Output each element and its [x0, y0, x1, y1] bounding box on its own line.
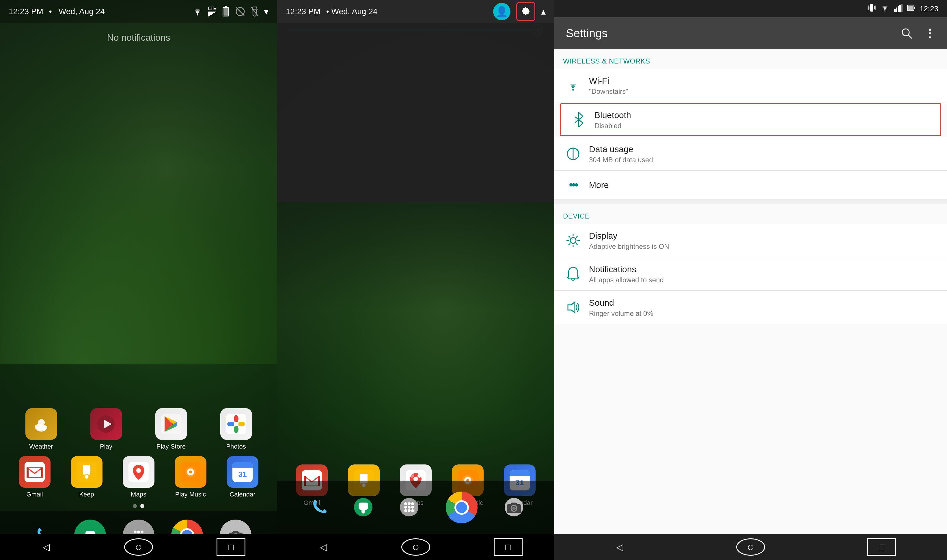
svg-rect-116 [870, 4, 873, 12]
svg-point-23 [234, 422, 239, 426]
qs-collapse-icon[interactable]: ▴ [541, 6, 546, 17]
display-item-subtitle: Adaptive brightness is ON [589, 243, 938, 251]
weather-app-label: Weather [29, 443, 53, 450]
app-calendar[interactable]: 31 Calendar [221, 456, 264, 498]
svg-line-147 [576, 236, 578, 238]
qs-dock-chrome[interactable] [446, 492, 477, 523]
settings-item-notifications[interactable]: Notifications All apps allowed to send [554, 257, 947, 291]
qs-user-icon[interactable]: 👤 [493, 3, 510, 20]
qs-dock-allapps[interactable] [400, 498, 419, 517]
qs-dock-camera[interactable] [505, 498, 524, 517]
qs-nav-bar: ◁ ○ □ [277, 534, 554, 560]
notifications-item-title: Notifications [589, 263, 938, 275]
svg-point-46 [134, 531, 137, 534]
home-home-btn[interactable]: ○ [124, 538, 153, 556]
svg-rect-102 [362, 510, 365, 512]
settings-vibrate-icon [868, 3, 876, 14]
expand-icon[interactable]: ▾ [264, 6, 268, 17]
settings-battery-icon [907, 4, 915, 14]
svg-point-130 [902, 29, 909, 36]
settings-item-display[interactable]: Display Adaptive brightness is ON [554, 224, 947, 257]
settings-search-btn[interactable] [898, 25, 915, 42]
settings-item-more[interactable]: ••• More [554, 171, 947, 200]
settings-item-sound[interactable]: Sound Ringer volume at 0% [554, 291, 947, 324]
svg-rect-39 [233, 465, 253, 468]
qs-settings-icon[interactable] [516, 2, 535, 21]
data-item-title: Data usage [589, 143, 938, 155]
app-playmusic[interactable]: Play Music [169, 456, 212, 498]
qs-home-btn[interactable]: ○ [401, 538, 430, 556]
settings-more-btn[interactable]: ⋮ [921, 25, 938, 42]
app-play[interactable]: Play [85, 408, 128, 450]
dnd-status-icon [235, 6, 245, 17]
settings-wifi-icon [880, 4, 890, 13]
keep-app-icon [71, 456, 103, 488]
svg-rect-122 [894, 9, 896, 12]
svg-rect-126 [901, 4, 902, 12]
qs-recents-btn[interactable]: □ [494, 538, 523, 556]
wifi-item-icon [563, 80, 583, 91]
data-item-text: Data usage 304 MB of data used [589, 143, 938, 164]
svg-rect-123 [896, 8, 897, 12]
svg-point-121 [884, 11, 885, 12]
photos-app-icon [220, 408, 252, 440]
home-nav-bar: ◁ ○ □ [0, 534, 277, 560]
more-item-text: More [589, 179, 938, 191]
svg-point-132 [572, 89, 574, 91]
bluetooth-item-text: Bluetooth Disabled [594, 109, 933, 130]
home-back-btn[interactable]: ◁ [32, 538, 61, 556]
svg-rect-25 [27, 468, 29, 477]
svg-rect-125 [899, 5, 901, 12]
qs-dock-hangouts[interactable] [354, 498, 373, 517]
svg-point-20 [238, 422, 245, 426]
settings-item-data[interactable]: Data usage 304 MB of data used [554, 137, 947, 171]
no-notifications-text: No notifications [0, 23, 277, 52]
qs-dock-phone[interactable] [308, 498, 327, 517]
settings-item-wifi[interactable]: Wi-Fi "Downstairs" [554, 69, 947, 102]
home-recents-btn[interactable]: □ [217, 538, 245, 556]
home-status-date: • Wed, Aug 24 [49, 7, 192, 16]
app-maps[interactable]: Maps [117, 456, 160, 498]
dot-2 [140, 504, 144, 508]
svg-point-107 [404, 506, 407, 509]
app-playstore[interactable]: Play Store [149, 408, 193, 450]
home-screen: 12:23 PM • Wed, Aug 24 LTE [0, 0, 277, 560]
svg-rect-28 [83, 465, 90, 475]
settings-toolbar: Settings ⋮ [554, 17, 947, 49]
svg-point-36 [189, 471, 192, 474]
quick-settings-panel: 12:23 PM • Wed, Aug 24 👤 ▴ [277, 0, 554, 560]
more-item-title: More [589, 179, 938, 191]
page-indicator [9, 504, 268, 508]
maps-app-label: Maps [131, 491, 146, 498]
settings-recents-btn[interactable]: □ [867, 538, 896, 556]
notifications-item-subtitle: All apps allowed to send [589, 276, 938, 284]
app-photos[interactable]: Photos [214, 408, 258, 450]
app-grid: Weather Play [0, 408, 277, 511]
sound-item-title: Sound [589, 297, 938, 308]
photos-app-label: Photos [226, 443, 246, 450]
play-app-label: Play [100, 443, 112, 450]
playstore-app-icon [156, 408, 187, 440]
wifi-item-text: Wi-Fi "Downstairs" [589, 75, 938, 95]
svg-point-19 [234, 415, 239, 423]
display-item-text: Display Adaptive brightness is ON [589, 230, 938, 251]
app-gmail[interactable]: Gmail [13, 456, 56, 498]
app-weather[interactable]: Weather [20, 408, 63, 450]
qs-dock [277, 481, 554, 534]
wifi-status-icon [192, 8, 203, 15]
qs-dot-1 [410, 474, 414, 478]
app-row-2: Gmail Keep [9, 456, 268, 498]
settings-home-btn[interactable]: ○ [736, 538, 765, 556]
lte-status-icon: LTE [208, 6, 217, 17]
svg-line-131 [908, 35, 912, 38]
display-item-icon [563, 233, 583, 248]
qs-status-bar: 12:23 PM • Wed, Aug 24 👤 ▴ [277, 0, 554, 23]
dot-1 [133, 504, 137, 508]
home-date-text: Wed, Aug 24 [59, 7, 105, 16]
settings-back-btn[interactable]: ◁ [605, 538, 634, 556]
svg-line-148 [568, 243, 570, 245]
settings-item-bluetooth[interactable]: Bluetooth Disabled [560, 103, 941, 136]
qs-back-btn[interactable]: ◁ [309, 538, 338, 556]
wifi-item-title: Wi-Fi [589, 75, 938, 86]
app-keep[interactable]: Keep [65, 456, 108, 498]
